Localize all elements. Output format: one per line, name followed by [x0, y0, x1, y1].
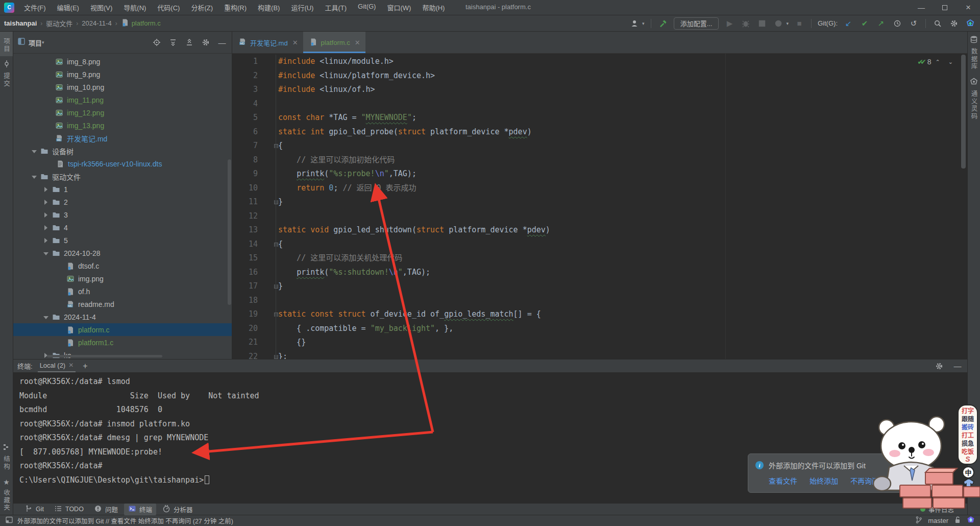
tree-item-dtsof.c[interactable]: dtsof.c [13, 259, 232, 272]
close-icon[interactable]: ✕ [355, 39, 360, 46]
menu-item[interactable]: 运行(U) [286, 1, 318, 14]
tree-item-5[interactable]: 5 [13, 234, 232, 247]
tree-item-readme.md[interactable]: MDreadme.md [13, 298, 232, 310]
fold-marker-icon[interactable] [274, 284, 278, 289]
fold-marker-icon[interactable] [274, 243, 278, 247]
minimize-button[interactable]: — [910, 0, 933, 15]
next-problem-icon[interactable]: ⌄ [948, 59, 953, 65]
stop-icon[interactable]: ■ [794, 18, 805, 29]
close-button[interactable]: × [957, 0, 980, 15]
menu-item[interactable]: 代码(C) [153, 1, 184, 14]
editor-vertical-scrollbar[interactable] [961, 55, 966, 169]
tree-item-img_8.png[interactable]: img_8.png [13, 55, 232, 68]
breadcrumb-item[interactable]: platform.c [121, 18, 161, 28]
tree-item-img_11.png[interactable]: img_11.png [13, 93, 232, 106]
search-icon[interactable] [932, 18, 943, 29]
toolwindow-button-Git[interactable]: Git [20, 504, 48, 515]
chevron-down-icon[interactable] [43, 315, 48, 320]
build-hammer-icon[interactable] [657, 18, 669, 29]
history-clock-icon[interactable] [892, 18, 903, 29]
tree-item-img_12.png[interactable]: img_12.png [13, 106, 232, 119]
chevron-down-icon[interactable] [32, 149, 37, 154]
toolwindow-button-TODO[interactable]: TODO [50, 504, 88, 515]
sidebar-item-提交[interactable]: 提交 [0, 56, 13, 91]
tab-platform.c[interactable]: platform.c✕ [303, 32, 365, 53]
menu-item[interactable]: 重构(R) [219, 1, 251, 14]
code-editor[interactable]: 1#include <linux/module.h>2#include <lin… [232, 54, 967, 359]
maximize-button[interactable] [933, 0, 957, 15]
toolwindow-button-终端[interactable]: 终端 [124, 504, 156, 515]
tree-item-ko[interactable]: ko [13, 349, 232, 359]
debug-bug-icon[interactable] [740, 18, 751, 29]
chevron-down-icon[interactable] [43, 251, 48, 256]
git-branch-name[interactable]: master [928, 517, 948, 524]
menu-item[interactable]: 帮助(H) [418, 1, 449, 14]
hide-panel-icon[interactable]: — [216, 37, 228, 48]
tree-item-of.h[interactable]: of.h [13, 285, 232, 298]
terminal-settings-gear-icon[interactable] [934, 361, 945, 372]
tree-item-设备树[interactable]: 设备树 [13, 145, 232, 157]
run-icon[interactable]: ▶ [724, 18, 735, 29]
event-log-button[interactable]: 事件日志 [920, 505, 954, 514]
tree-item-img_10.png[interactable]: img_10.png [13, 81, 232, 93]
sidebar-item-收藏夹[interactable]: ★收藏夹 [0, 474, 13, 515]
terminal-tab-local[interactable]: Local (2) ✕ [38, 361, 76, 372]
tree-item-驱动文件[interactable]: 驱动文件 [13, 170, 232, 183]
tree-item-platform.c[interactable]: platform.c [13, 323, 232, 336]
menu-item[interactable]: 工具(T) [320, 1, 351, 14]
status-message[interactable]: 外部添加的文件可以添加到 Git // 查看文件 始终添加 不再询问 (27 分… [17, 516, 233, 525]
tree-item-platform1.c[interactable]: platform1.c [13, 336, 232, 349]
tree-item-img_13.png[interactable]: img_13.png [13, 119, 232, 132]
breadcrumb-item[interactable]: 驱动文件 [46, 18, 72, 28]
chevron-right-icon[interactable] [43, 187, 48, 192]
fold-marker-icon[interactable] [274, 355, 278, 359]
tree-horizontal-scrollbar[interactable] [47, 355, 162, 357]
close-icon[interactable]: ✕ [68, 362, 74, 369]
tree-item-4[interactable]: 4 [13, 221, 232, 234]
inspections-widget[interactable]: ✔✔ 8 ⌃ ⌄ [917, 58, 953, 66]
menu-item[interactable]: 窗口(W) [382, 1, 415, 14]
settings-gear-icon[interactable] [948, 18, 960, 29]
toolwindow-button-分析器[interactable]: 分析器 [158, 504, 197, 515]
tree-item-2024-11-4[interactable]: 2024-11-4 [13, 310, 232, 323]
terminal-hide-icon[interactable]: — [952, 361, 963, 372]
fold-marker-icon[interactable] [274, 144, 278, 148]
close-icon[interactable]: ✕ [292, 39, 298, 46]
expand-all-icon[interactable] [167, 37, 179, 48]
menu-item[interactable]: 编辑(E) [53, 1, 84, 14]
chevron-right-icon[interactable] [43, 200, 48, 205]
project-panel-title[interactable]: 项目 [29, 38, 42, 47]
coverage-icon[interactable] [756, 18, 768, 29]
window-layout-icon[interactable] [5, 516, 13, 525]
chevron-right-icon[interactable] [43, 225, 48, 230]
menu-item[interactable]: 构建(B) [253, 1, 284, 14]
notification-action-link[interactable]: 始终添加 [810, 475, 838, 486]
add-configuration-button[interactable]: 添加配置... [674, 17, 719, 30]
panel-options-gear-icon[interactable] [200, 37, 211, 48]
tree-item-tspi-rk3566-user-v10-linux.dts[interactable]: tspi-rk3566-user-v10-linux.dts [13, 157, 232, 170]
tree-item-img.png[interactable]: img.png [13, 272, 232, 285]
sidebar-item-结构[interactable]: 结构 [0, 439, 13, 474]
chevron-down-icon[interactable]: ▾ [42, 40, 44, 45]
breadcrumb-item[interactable]: taishanpai [4, 19, 37, 27]
tree-item-2[interactable]: 2 [13, 196, 232, 208]
sidebar-item-通义灵码[interactable]: 通义灵码 [968, 74, 980, 124]
collapse-all-icon[interactable] [184, 37, 195, 48]
git-push-icon[interactable]: ↗ [875, 18, 887, 29]
tab-开发笔记.md[interactable]: MD开发笔记.md✕ [232, 32, 303, 53]
rollback-icon[interactable]: ↺ [908, 18, 919, 29]
menu-item[interactable]: 导航(N) [119, 1, 151, 14]
tree-item-3[interactable]: 3 [13, 208, 232, 221]
chevron-right-icon[interactable] [43, 212, 48, 218]
user-account-icon[interactable] [629, 18, 640, 29]
tree-item-2024-10-28[interactable]: 2024-10-28 [13, 247, 232, 259]
tree-item-img_9.png[interactable]: img_9.png [13, 68, 232, 81]
menu-item[interactable]: 视图(V) [86, 1, 117, 14]
new-terminal-icon[interactable]: + [83, 362, 87, 371]
chevron-right-icon[interactable] [43, 238, 48, 243]
menu-item[interactable]: 文件(F) [19, 1, 51, 14]
locate-file-icon[interactable] [151, 37, 162, 48]
profiler-icon[interactable] [773, 18, 784, 29]
notification-action-link[interactable]: 查看文件 [769, 475, 797, 486]
unlock-icon[interactable] [953, 516, 962, 525]
